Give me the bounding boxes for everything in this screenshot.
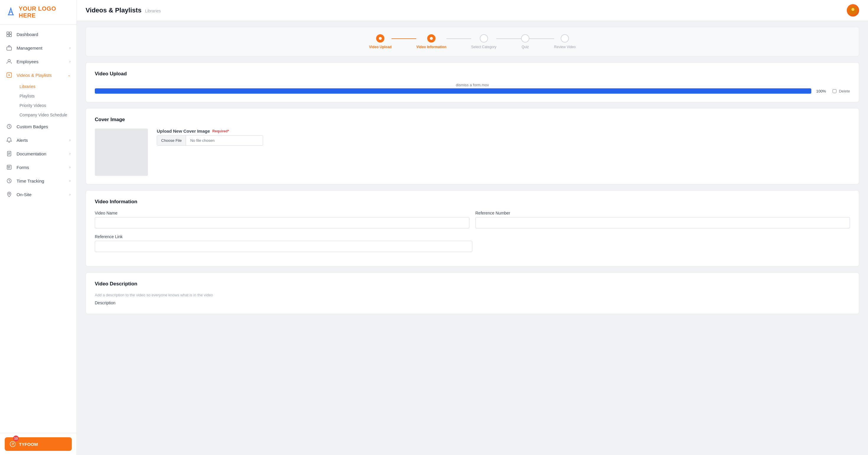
file-name-display: No file chosen	[186, 136, 263, 145]
step-circle-review	[561, 34, 569, 42]
svg-rect-4	[7, 47, 11, 50]
sidebar-label-alerts: Alerts	[17, 138, 28, 143]
reference-link-input[interactable]	[95, 241, 472, 252]
delete-button[interactable]: Delete	[833, 89, 850, 93]
sidebar-subitem-company-video-schedule[interactable]: Company Video Schedule	[17, 110, 76, 120]
step-circle-video-info	[427, 34, 435, 42]
sidebar-subitem-playlists[interactable]: Playlists	[17, 91, 76, 101]
avatar[interactable]	[847, 4, 859, 17]
video-name-label: Video Name	[95, 211, 469, 216]
tyfoom-button[interactable]: 10 TYFOOM	[5, 437, 72, 451]
description-label: Description	[95, 301, 116, 305]
sidebar-item-videos-playlists[interactable]: Videos & Playlists ⌄	[0, 68, 76, 82]
sidebar-subitem-priority-videos[interactable]: Priority Videos	[17, 101, 76, 110]
delete-checkbox[interactable]	[833, 89, 836, 93]
cover-upload-area: Upload New Cover Image Required* Choose …	[157, 129, 850, 146]
avatar-image	[849, 6, 857, 15]
sidebar-label-dashboard: Dashboard	[17, 32, 38, 37]
cover-preview-image	[95, 129, 148, 176]
sidebar-item-time-tracking[interactable]: Time Tracking ›	[0, 174, 76, 188]
step-video-information[interactable]: Video Information	[416, 34, 446, 49]
sidebar-label-forms: Forms	[17, 165, 29, 170]
chevron-management-icon: ›	[69, 46, 70, 50]
step-video-upload[interactable]: Video Upload	[369, 34, 392, 49]
progress-bar-fill	[95, 88, 811, 94]
sidebar: YOUR LOGO HERE Dashboard	[0, 0, 77, 455]
step-circle-category	[480, 34, 488, 42]
cover-section: Upload New Cover Image Required* Choose …	[95, 129, 850, 176]
topbar: Videos & Playlists Libraries	[77, 0, 868, 21]
sidebar-label-videos: Videos & Playlists	[17, 73, 52, 78]
logo-text: YOUR LOGO HERE	[19, 5, 70, 19]
svg-point-13	[8, 193, 10, 194]
video-name-input[interactable]	[95, 217, 469, 228]
chevron-on-site-icon: ›	[69, 192, 70, 197]
person-icon	[6, 58, 12, 65]
sidebar-nav: Dashboard Management › Employees ›	[0, 25, 76, 433]
description-hint: Add a description to the video so everyo…	[95, 293, 850, 297]
main-content: Videos & Playlists Libraries Video Uploa…	[77, 0, 868, 455]
cover-image-title: Cover Image	[95, 117, 850, 123]
stepper: Video Upload Video Information Select Ca…	[369, 34, 576, 49]
video-information-section: Video Information Video Name Reference N…	[86, 190, 859, 266]
video-info-row-2: Reference Link	[95, 234, 850, 252]
sidebar-item-employees[interactable]: Employees ›	[0, 55, 76, 68]
step-line-3	[496, 38, 521, 39]
sidebar-item-dashboard[interactable]: Dashboard	[0, 27, 76, 41]
video-info-row-1: Video Name Reference Number	[95, 211, 850, 228]
chevron-time-icon: ›	[69, 179, 70, 183]
tyfoom-badge: 10	[13, 435, 19, 442]
video-upload-title: Video Upload	[95, 71, 850, 77]
sidebar-item-custom-badges[interactable]: Custom Badges	[0, 120, 76, 133]
sidebar-item-documentation[interactable]: Documentation ›	[0, 147, 76, 161]
sidebar-label-time-tracking: Time Tracking	[17, 178, 44, 183]
badge-icon	[6, 123, 12, 130]
svg-rect-3	[9, 34, 11, 37]
logo-area: YOUR LOGO HERE	[0, 0, 76, 25]
cover-upload-label-text: Upload New Cover Image	[157, 129, 210, 134]
video-information-title: Video Information	[95, 199, 850, 205]
sidebar-footer: 10 TYFOOM	[0, 433, 76, 455]
step-label-video-info: Video Information	[416, 45, 446, 49]
step-circle-quiz	[521, 34, 529, 42]
stepper-card: Video Upload Video Information Select Ca…	[86, 27, 859, 56]
svg-point-16	[851, 8, 855, 11]
reference-number-input[interactable]	[475, 217, 850, 228]
step-line-4	[529, 38, 554, 39]
choose-file-button[interactable]: Choose File	[157, 136, 186, 145]
location-icon	[6, 191, 12, 198]
upload-filename: dismiss a form.mov	[95, 83, 850, 87]
sidebar-item-forms[interactable]: Forms ›	[0, 161, 76, 174]
grid-icon	[6, 31, 12, 37]
tyfoom-label: TYFOOM	[19, 442, 38, 447]
chevron-forms-icon: ›	[69, 165, 70, 169]
svg-rect-0	[7, 32, 9, 34]
list-icon	[6, 164, 12, 170]
sidebar-label-employees: Employees	[17, 59, 38, 64]
step-quiz[interactable]: Quiz	[521, 34, 529, 49]
sidebar-subitem-libraries[interactable]: Libraries	[17, 82, 76, 91]
step-review-video[interactable]: Review Video	[554, 34, 576, 49]
clock-icon	[6, 177, 12, 184]
delete-label: Delete	[839, 89, 850, 93]
sidebar-item-management[interactable]: Management ›	[0, 41, 76, 55]
cover-upload-label-row: Upload New Cover Image Required*	[157, 129, 850, 134]
sidebar-label-documentation: Documentation	[17, 151, 46, 156]
tyfoom-icon	[9, 441, 16, 447]
step-line-2	[446, 38, 471, 39]
video-upload-section: Video Upload dismiss a form.mov 100% Del…	[86, 62, 859, 102]
sidebar-item-alerts[interactable]: Alerts ›	[0, 133, 76, 147]
reference-link-group: Reference Link	[95, 234, 472, 252]
sidebar-label-custom-badges: Custom Badges	[17, 124, 48, 129]
svg-rect-2	[7, 34, 9, 37]
step-select-category[interactable]: Select Category	[471, 34, 496, 49]
sidebar-item-on-site[interactable]: On-Site ›	[0, 188, 76, 201]
step-label-review: Review Video	[554, 45, 576, 49]
video-description-title: Video Description	[95, 281, 850, 287]
reference-number-group: Reference Number	[475, 211, 850, 228]
content-area: Video Upload Video Information Select Ca…	[77, 21, 868, 455]
file-input-row: Choose File No file chosen	[157, 135, 263, 146]
reference-number-label: Reference Number	[475, 211, 850, 216]
step-label-quiz: Quiz	[522, 45, 529, 49]
chevron-doc-icon: ›	[69, 151, 70, 156]
